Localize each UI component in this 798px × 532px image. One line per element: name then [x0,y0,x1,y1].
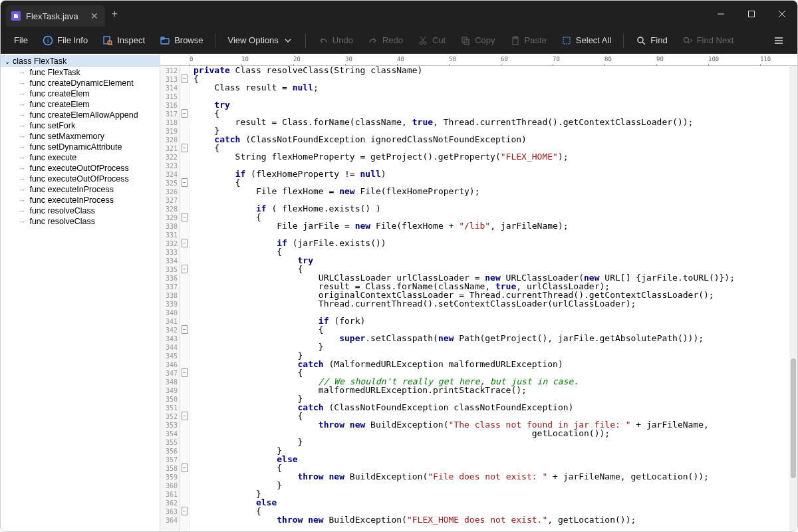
code-line[interactable]: try [194,100,797,109]
fold-toggle[interactable]: − [182,144,188,152]
select-all-button[interactable]: Select All [555,32,618,49]
fold-toggle[interactable]: − [182,213,188,221]
code-line[interactable]: else [194,498,797,507]
fold-cell [180,403,189,412]
code-line[interactable] [194,92,797,100]
svg-rect-2 [749,11,755,17]
code-line[interactable]: catch (ClassNotFoundException ignoredCla… [194,135,797,144]
undo-icon [318,35,329,46]
inspect-button[interactable]: Inspect [96,32,152,49]
tree-item[interactable]: func setMaxmemory [1,131,160,142]
code-line[interactable]: throw new BuildException("FLEX_HOME does… [194,515,797,524]
find-next-button[interactable]: Find Next [676,32,741,49]
code-line[interactable]: result = Class.forName(className, true, … [194,118,797,126]
tree-item[interactable]: func execute [1,152,160,163]
outline-sidebar[interactable]: ⌄ class FlexTask func FlexTaskfunc creat… [1,54,160,532]
tree-root-label: class FlexTask [13,57,66,66]
fold-cell: − [180,144,189,152]
ruler-tick: 70 [553,56,560,63]
line-number: 360 [160,481,180,490]
fold-cell [180,472,189,481]
fold-toggle[interactable]: − [182,325,188,334]
ruler-tick: 80 [604,56,612,63]
code-line[interactable]: private Class resolveClass(String classN… [194,66,797,74]
code-line[interactable]: File jarFile = new File(flexHome + "/lib… [194,221,797,230]
line-number: 359 [160,473,180,481]
tree-item[interactable]: func createElem [1,88,160,99]
scrollbar-thumb[interactable] [791,358,796,478]
browse-button[interactable]: Browse [153,32,209,49]
code-line[interactable]: Class result = null; [194,83,797,92]
fold-toggle[interactable]: − [182,74,188,83]
copy-button[interactable]: Copy [454,32,501,49]
tree-item[interactable]: func executeOutOfProcess [1,174,160,184]
code-line[interactable]: } [194,438,797,446]
fold-toggle[interactable]: − [182,178,188,187]
tree-item[interactable]: func createElemAllowAppend [1,110,160,120]
cut-button[interactable]: Cut [411,32,452,49]
line-number: 344 [160,343,180,352]
tree-root[interactable]: ⌄ class FlexTask [1,55,160,67]
tree-item[interactable]: func createElem [1,99,160,110]
tree-item[interactable]: func executeInProcess [1,184,160,195]
tree-item[interactable]: func FlexTask [1,67,160,78]
line-number: 336 [160,274,180,283]
paste-button[interactable]: Paste [503,32,553,49]
fold-toggle[interactable]: − [182,265,188,273]
file-info-button[interactable]: i File Info [36,32,94,49]
code-line[interactable]: String flexHomeProperty = getProject().g… [194,152,797,161]
tree-item[interactable]: func resolveClass [1,216,160,227]
file-tab[interactable]: FlexTask.java ✕ [6,5,105,27]
fold-toggle[interactable]: − [182,368,188,377]
code-line[interactable]: throw new BuildException("File does not … [194,472,797,481]
fold-cell [180,299,189,308]
copy-icon [460,35,471,46]
line-number: 350 [160,395,180,404]
fold-cell: − [180,74,189,83]
view-options-menu[interactable]: View Options [221,32,299,49]
redo-button[interactable]: Redo [361,32,410,49]
line-number: 317 [160,110,180,118]
code-area[interactable]: 3123133143153163173183193203213223233243… [160,66,797,532]
tree-item[interactable]: func setDynamicAttribute [1,142,160,152]
code-line[interactable]: if ( flexHome.exists() ) [194,204,797,213]
code-line[interactable]: if (jarFile.exists()) [194,239,797,247]
maximize-button[interactable] [736,1,767,27]
tree-item[interactable]: func setFork [1,120,160,131]
tree-item[interactable]: func executeInProcess [1,195,160,205]
code-line[interactable]: if (flexHomeProperty != null) [194,170,797,178]
fold-toggle[interactable]: − [182,507,188,515]
fold-cell [180,187,189,196]
code-line[interactable]: } [194,489,797,498]
find-button[interactable]: Find [629,32,674,49]
minimize-button[interactable] [706,1,736,27]
tree-item[interactable]: func createDynamicElement [1,78,160,88]
file-menu[interactable]: File [7,32,35,49]
line-number: 348 [160,378,180,386]
new-tab-button[interactable]: + [112,8,118,20]
code-content[interactable]: private Class resolveClass(String classN… [190,66,797,532]
close-window-button[interactable] [767,1,797,27]
line-number: 321 [160,144,180,153]
undo-button[interactable]: Undo [311,32,360,49]
tree-item[interactable]: func resolveClass [1,205,160,216]
menu-button[interactable] [767,32,791,49]
code-line[interactable]: File flexHome = new File(flexHomePropert… [194,187,797,196]
vertical-scrollbar[interactable] [789,66,797,532]
fold-toggle[interactable]: − [182,464,188,472]
code-line[interactable]: else [194,455,797,464]
cut-icon [418,35,428,46]
fold-toggle[interactable]: − [182,109,188,118]
line-number: 327 [160,196,180,205]
ruler-tick: 0 [190,56,193,63]
fold-toggle[interactable]: − [182,239,188,247]
fold-toggle[interactable]: − [182,412,188,420]
close-tab-icon[interactable]: ✕ [90,11,98,21]
svg-rect-7 [104,37,110,44]
fold-cell [180,317,189,325]
code-line[interactable]: Thread.currentThread().setContextClassLo… [194,299,797,308]
code-line[interactable]: } [194,481,797,489]
fold-cell [180,92,189,100]
tree-item[interactable]: func executeOutOfProcess [1,163,160,174]
line-number: 347 [160,369,180,378]
